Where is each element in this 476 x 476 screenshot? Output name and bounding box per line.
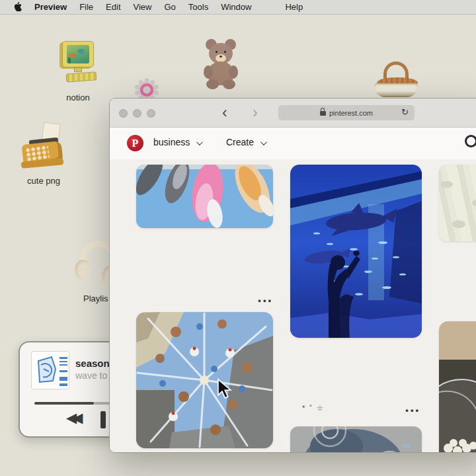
desktop-icon-notion[interactable]: notion — [52, 40, 104, 102]
pin-water-ripples[interactable] — [290, 426, 422, 453]
desktop-icon-picnic-basket[interactable] — [372, 61, 420, 99]
chevron-down-icon — [260, 139, 267, 145]
close-button[interactable] — [119, 109, 128, 118]
back-button[interactable]: ‹ — [222, 102, 227, 122]
menu-item-edit[interactable]: Edit — [106, 2, 120, 12]
pinterest-logo[interactable]: P — [127, 135, 143, 151]
pin-glass-fishbowl[interactable] — [439, 321, 476, 453]
menu-bar: Preview File Edit View Go Tools Window H… — [0, 0, 476, 15]
teddy-bear-icon — [200, 38, 242, 89]
pin-more-button[interactable]: ••• — [393, 405, 420, 415]
refresh-icon[interactable]: ↻ — [401, 107, 409, 117]
pin-koi-streamers[interactable] — [136, 165, 273, 228]
browser-toolbar: ‹ › pinterest.com ↻ — [110, 99, 476, 128]
desktop-icon-label: notion — [52, 93, 104, 102]
pin-more-button[interactable]: ••• — [245, 296, 273, 305]
mouse-cursor — [217, 378, 233, 402]
pin-white-streamers[interactable] — [439, 165, 476, 241]
menu-item-file[interactable]: File — [79, 2, 93, 12]
rewind-button[interactable]: ◀◀ — [66, 410, 78, 426]
nav-create-menu[interactable]: Create — [226, 137, 265, 147]
lock-icon — [320, 110, 326, 116]
nav-business-menu[interactable]: business — [153, 137, 201, 147]
desktop-icon-teddy-bear[interactable] — [200, 38, 242, 89]
menu-app-name[interactable]: Preview — [34, 2, 67, 12]
menu-item-window[interactable]: Window — [221, 2, 251, 12]
forward-button[interactable]: › — [253, 102, 258, 122]
menu-item-view[interactable]: View — [134, 2, 152, 12]
url-text: pinterest.com — [329, 109, 373, 117]
song-artist: wave to — [75, 370, 107, 381]
window-controls — [119, 109, 155, 118]
minimize-button[interactable] — [133, 109, 141, 118]
picnic-basket-icon — [372, 61, 420, 99]
zoom-button[interactable] — [147, 109, 155, 118]
progress-bar[interactable] — [34, 402, 120, 405]
chevron-down-icon — [196, 139, 203, 145]
album-art — [31, 351, 69, 389]
address-bar[interactable]: pinterest.com ↻ — [278, 105, 415, 120]
menu-item-tools[interactable]: Tools — [188, 2, 208, 12]
desktop-icon-cute-png[interactable]: cute png — [17, 122, 70, 186]
browser-window: ‹ › pinterest.com ↻ P business Create — [109, 98, 476, 453]
pinterest-nav: P business Create — [110, 128, 476, 159]
pin-more-button[interactable]: ••• — [245, 448, 273, 453]
pin-feed: ••• — [110, 159, 476, 453]
music-player-widget: seasons wave to ◀◀ — [19, 341, 124, 438]
pin-aquarium-woman[interactable] — [290, 165, 422, 338]
progress-fill — [34, 402, 94, 405]
desktop-icon-label: cute png — [17, 176, 70, 186]
retro-computer-icon — [57, 40, 99, 90]
typewriter-icon — [17, 122, 69, 173]
menu-item-help[interactable]: Help — [285, 2, 303, 12]
sparkle-decoration: * ˚ ☆ — [302, 404, 325, 413]
pin-hello-kitty-umbrella[interactable] — [136, 312, 273, 448]
apple-icon[interactable] — [13, 2, 22, 12]
menu-item-go[interactable]: Go — [164, 2, 175, 12]
search-icon[interactable] — [465, 135, 476, 147]
